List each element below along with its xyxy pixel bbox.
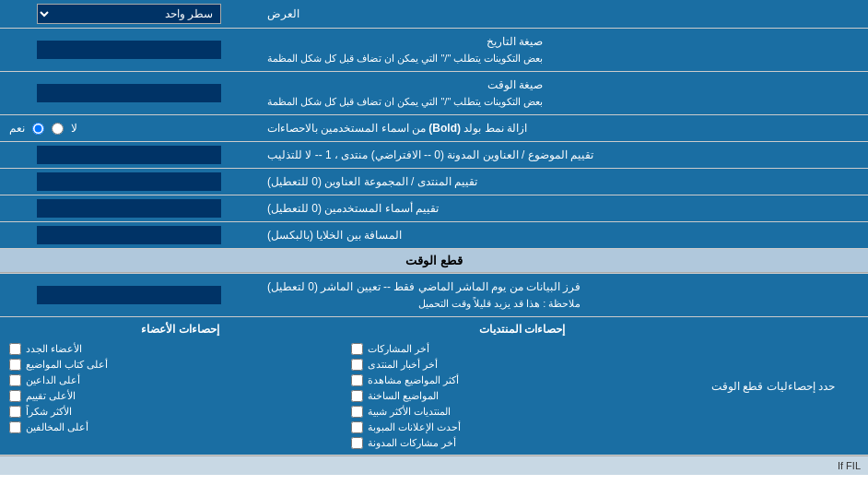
stats-limit-label: حدد إحصاءليات قطع الوقت (702, 317, 868, 455)
checkbox-members-4-input[interactable] (9, 390, 21, 402)
checkbox-posts-5: المنتديات الأكثر شبية (351, 406, 693, 418)
checkbox-posts-7: أخر مشاركات المدونة (351, 437, 693, 449)
checkbox-posts-5-input[interactable] (351, 406, 363, 418)
time-cut-input-cell[interactable]: 0 (0, 274, 258, 316)
cell-spacing-row: المسافة بين الخلايا (بالبكسل) 2 (0, 222, 868, 249)
single-line-select[interactable]: سطر واحد (37, 4, 221, 24)
checkbox-posts-2-input[interactable] (351, 359, 363, 371)
single-line-cell[interactable]: سطر واحد (0, 0, 258, 28)
users-sort-row: تقييم أسماء المستخدمين (0 للتعطيل) 0 (0, 195, 868, 222)
time-cut-input[interactable]: 0 (37, 286, 221, 304)
radio-no-label: نعم (9, 122, 25, 135)
time-cut-row: فرز البيانات من يوم الماشر الماضي فقط --… (0, 274, 868, 317)
time-cut-label: فرز البيانات من يوم الماشر الماضي فقط --… (258, 274, 868, 316)
posts-col-header: إحصاءات المنتديات (351, 323, 693, 336)
checkbox-members-5: الأكثر شكراً (9, 406, 351, 418)
posts-checkbox-col: إحصاءات المنتديات أخر المشاركات أخر أخبا… (351, 323, 693, 449)
forum-sort-label: تقييم المنتدى / المجموعة العناوين (0 للت… (258, 169, 868, 195)
members-checkbox-col: إحصاءات الأعضاء الأعضاء الجدد أعلى كتاب … (9, 323, 351, 449)
topics-sort-input[interactable]: 33 (37, 146, 221, 164)
topics-sort-label: تقييم الموضوع / العناوين المدونة (0 -- ا… (258, 142, 868, 168)
users-sort-input[interactable]: 0 (37, 199, 221, 218)
stats-row: حدد إحصاءليات قطع الوقت إحصاءات المنتديا… (0, 317, 868, 456)
checkbox-members-1-input[interactable] (9, 343, 21, 355)
cell-spacing-label: المسافة بين الخلايا (بالبكسل) (258, 222, 868, 248)
checkbox-members-6-input[interactable] (9, 421, 21, 433)
topics-sort-row: تقييم الموضوع / العناوين المدونة (0 -- ا… (0, 142, 868, 169)
time-format-row: صيغة الوقتبعض التكوينات يتطلب "/" التي ي… (0, 72, 868, 115)
radio-yes[interactable] (32, 123, 44, 135)
remove-bold-row: ازالة نمط بولد (Bold) من اسماء المستخدمي… (0, 115, 868, 142)
date-format-input-cell[interactable]: d-m (0, 29, 258, 71)
checkbox-members-2: أعلى كتاب المواضيع (9, 359, 351, 371)
display-label: العرض (258, 0, 868, 28)
remove-bold-radio-cell: لا نعم (0, 115, 258, 141)
date-format-label: صيغة التاريخبعض التكوينات يتطلب "/" التي… (258, 29, 868, 71)
checkbox-members-2-input[interactable] (9, 359, 21, 371)
checkbox-posts-7-input[interactable] (351, 437, 363, 449)
bottom-note: If FIL (0, 456, 868, 475)
checkbox-posts-3: أكثر المواضيع مشاهدة (351, 374, 693, 386)
stats-checkboxes-area: إحصاءات المنتديات أخر المشاركات أخر أخبا… (0, 317, 702, 455)
checkbox-members-4: الأعلى تقييم (9, 390, 351, 402)
checkbox-posts-1: أخر المشاركات (351, 343, 693, 355)
time-cut-section-title: قطع الوقت (0, 249, 868, 273)
checkbox-posts-1-input[interactable] (351, 343, 363, 355)
checkbox-grid: إحصاءات المنتديات أخر المشاركات أخر أخبا… (9, 323, 693, 449)
cell-spacing-input-cell[interactable]: 2 (0, 222, 258, 248)
checkbox-members-5-input[interactable] (9, 406, 21, 418)
checkbox-posts-2: أخر أخبار المنتدى (351, 359, 693, 371)
checkbox-posts-4: المواضيع الساخنة (351, 390, 693, 402)
topics-sort-input-cell[interactable]: 33 (0, 142, 258, 168)
checkbox-posts-6: أحدث الإعلانات المبوبة (351, 421, 693, 433)
users-sort-input-cell[interactable]: 0 (0, 195, 258, 221)
date-format-input[interactable]: d-m (37, 41, 221, 59)
time-format-input[interactable]: H:i (37, 84, 221, 102)
checkbox-members-6: أعلى المخالفين (9, 421, 351, 433)
checkbox-members-1: الأعضاء الجدد (9, 343, 351, 355)
radio-yes-label: لا (71, 122, 77, 135)
date-format-row: صيغة التاريخبعض التكوينات يتطلب "/" التي… (0, 29, 868, 72)
checkbox-members-3-input[interactable] (9, 374, 21, 386)
members-col-header: إحصاءات الأعضاء (9, 323, 351, 336)
checkbox-posts-6-input[interactable] (351, 421, 363, 433)
time-format-label: صيغة الوقتبعض التكوينات يتطلب "/" التي ي… (258, 72, 868, 114)
cell-spacing-input[interactable]: 2 (37, 226, 221, 244)
checkbox-posts-4-input[interactable] (351, 390, 363, 402)
forum-sort-input[interactable]: 33 (37, 172, 221, 191)
forum-sort-input-cell[interactable]: 33 (0, 169, 258, 195)
display-row: العرض سطر واحد (0, 0, 868, 29)
radio-no[interactable] (52, 123, 64, 135)
main-container: العرض سطر واحد صيغة التاريخبعض التكوينات… (0, 0, 868, 475)
checkbox-members-3: أعلى الداعين (9, 374, 351, 386)
checkbox-posts-3-input[interactable] (351, 374, 363, 386)
forum-sort-row: تقييم المنتدى / المجموعة العناوين (0 للت… (0, 169, 868, 195)
remove-bold-label: ازالة نمط بولد (Bold) من اسماء المستخدمي… (258, 115, 868, 141)
time-format-input-cell[interactable]: H:i (0, 72, 258, 114)
users-sort-label: تقييم أسماء المستخدمين (0 للتعطيل) (258, 195, 868, 221)
time-cut-divider-row: قطع الوقت (0, 249, 868, 274)
